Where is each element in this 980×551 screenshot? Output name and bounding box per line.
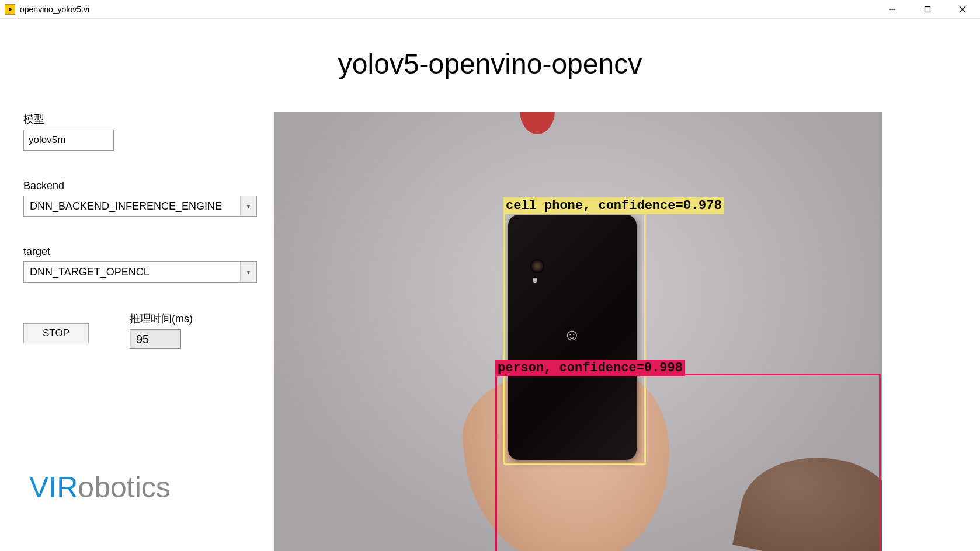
model-label: 模型 [23,112,251,126]
app-icon [5,4,15,15]
minimize-button[interactable] [875,0,910,19]
minimize-icon [889,6,896,13]
titlebar: openvino_yolov5.vi [0,0,980,19]
logo-part3: obotics [78,471,170,504]
bottom-controls: STOP 推理时间(ms) 95 [23,312,251,349]
close-button[interactable] [945,0,980,19]
svg-rect-1 [925,6,930,12]
video-display: ☺ cell phone, confidence=0.978 person, c… [274,112,882,551]
target-label: target [23,246,251,258]
maximize-button[interactable] [910,0,945,19]
backend-select[interactable]: DNN_BACKEND_INFERENCE_ENGINE ▼ [23,196,257,217]
logo: VIRobotics [29,470,171,504]
inference-time-group: 推理时间(ms) 95 [130,312,193,349]
chevron-down-icon: ▼ [240,262,256,282]
target-select[interactable]: DNN_TARGET_OPENCL ▼ [23,261,257,283]
inference-time-label: 推理时间(ms) [130,312,193,326]
content-area: yolov5-openvino-opencv 模型 Backend DNN_BA… [0,19,980,551]
stop-button[interactable]: STOP [23,323,89,343]
maximize-icon [924,6,931,13]
controls-panel: 模型 Backend DNN_BACKEND_INFERENCE_ENGINE … [0,19,274,551]
backend-group: Backend DNN_BACKEND_INFERENCE_ENGINE ▼ [23,180,251,217]
window-title: openvino_yolov5.vi [20,5,89,14]
inference-time-value: 95 [130,329,181,349]
model-input[interactable] [23,130,114,151]
logo-part2: R [57,471,78,504]
chevron-down-icon: ▼ [240,196,256,216]
detection-label-person: person, confidence=0.998 [495,360,685,376]
model-group: 模型 [23,112,251,151]
stop-group: STOP [23,312,89,349]
close-icon [959,6,966,13]
titlebar-left: openvino_yolov5.vi [0,4,89,15]
detection-box-phone [503,211,646,465]
window-controls [875,0,980,19]
target-group: target DNN_TARGET_OPENCL ▼ [23,246,251,283]
backend-value: DNN_BACKEND_INFERENCE_ENGINE [24,196,240,216]
backend-label: Backend [23,180,251,192]
detection-label-phone: cell phone, confidence=0.978 [503,197,724,214]
logo-part1: VI [29,471,57,504]
target-value: DNN_TARGET_OPENCL [24,262,240,282]
